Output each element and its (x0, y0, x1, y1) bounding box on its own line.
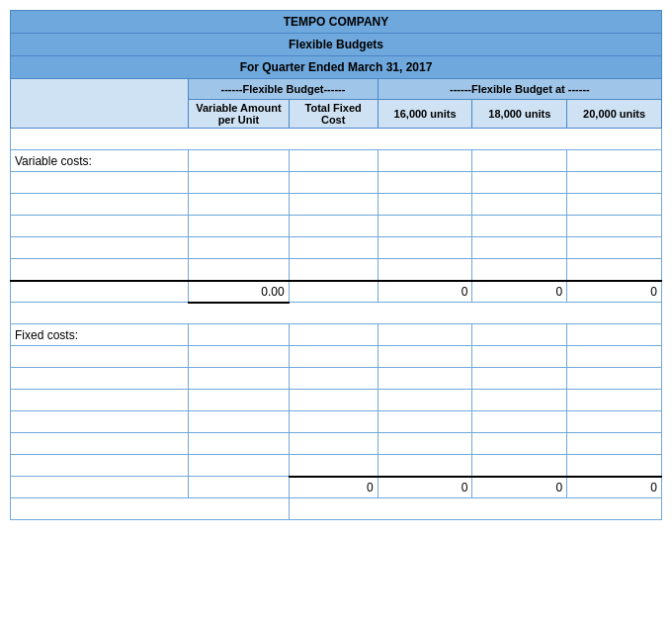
units-20000-header: 20,000 units (567, 100, 662, 129)
variable-subtotal-amount: 0.00 (189, 281, 289, 303)
spreadsheet-table: TEMPO COMPANY Flexible Budgets For Quart… (10, 10, 662, 520)
variable-row-4 (11, 216, 662, 237)
variable-var-1[interactable] (189, 150, 289, 172)
units-16000-header: 16,000 units (378, 100, 472, 129)
total-fixed-cost-header: Total Fixed Cost (289, 100, 378, 129)
variable-subtotal-20k: 0 (567, 281, 662, 303)
units-18000-header: 18,000 units (472, 100, 567, 129)
fixed-row-3 (11, 368, 662, 390)
fixed-row-4 (11, 390, 662, 411)
fixed-costs-label: Fixed costs: (11, 324, 189, 346)
fixed-row-6 (11, 433, 662, 455)
variable-row-2 (11, 172, 662, 194)
fixed-subtotal-total: 0 (289, 477, 378, 498)
variable-costs-section: Variable costs: (11, 150, 662, 172)
flexible-budget-header: ------Flexible Budget------ (189, 79, 378, 100)
fixed-subtotal-row: 0 0 0 0 (11, 477, 662, 498)
spacer-row-2 (11, 303, 662, 324)
variable-subtotal-row: 0.00 0 0 0 (11, 281, 662, 303)
variable-row-3 (11, 194, 662, 216)
fixed-row-7 (11, 455, 662, 477)
final-row (11, 498, 662, 520)
flexible-budget-at-header: ------Flexible Budget at ------ (378, 79, 661, 100)
empty-header (11, 79, 189, 129)
variable-fixed-1[interactable] (289, 150, 378, 172)
variable-18k-1[interactable] (472, 150, 567, 172)
company-period: For Quarter Ended March 31, 2017 (11, 56, 662, 79)
variable-amount-header: Variable Amount per Unit (189, 100, 289, 129)
variable-16k-1[interactable] (378, 150, 472, 172)
fixed-subtotal-18k: 0 (472, 477, 567, 498)
variable-subtotal-18k: 0 (472, 281, 567, 303)
variable-costs-label: Variable costs: (11, 150, 189, 172)
fixed-row-2 (11, 346, 662, 368)
variable-20k-1[interactable] (567, 150, 662, 172)
fixed-costs-section: Fixed costs: (11, 324, 662, 346)
variable-row-6 (11, 259, 662, 281)
spacer-row-1 (11, 129, 662, 150)
fixed-subtotal-20k: 0 (567, 477, 662, 498)
company-subtitle: Flexible Budgets (11, 34, 662, 56)
fixed-row-5 (11, 411, 662, 433)
fixed-subtotal-16k: 0 (378, 477, 472, 498)
variable-subtotal-16k: 0 (378, 281, 472, 303)
company-name: TEMPO COMPANY (11, 11, 662, 34)
variable-row-5 (11, 237, 662, 259)
